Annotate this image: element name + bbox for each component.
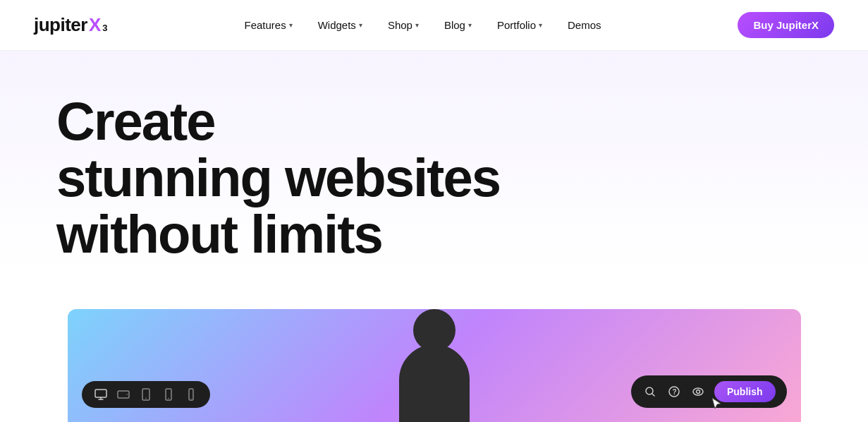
publish-button[interactable]: Publish — [714, 381, 776, 402]
chevron-down-icon: ▾ — [359, 21, 362, 29]
site-header: jupiterX3 Features ▾ Widgets ▾ Shop ▾ Bl… — [0, 0, 868, 51]
person-figure — [364, 309, 505, 422]
preview-icon[interactable] — [690, 384, 706, 399]
chevron-down-icon: ▾ — [468, 21, 472, 29]
nav-features[interactable]: Features ▾ — [234, 13, 302, 37]
svg-point-13 — [696, 390, 699, 394]
help-icon[interactable]: ? — [666, 384, 682, 399]
svg-point-8 — [190, 398, 191, 399]
hero-section: Create stunning websites without limits — [0, 51, 868, 422]
cursor-indicator — [711, 397, 723, 412]
hero-headline: Create stunning websites without limits — [56, 93, 585, 262]
person-body — [399, 344, 470, 422]
search-icon[interactable] — [642, 384, 658, 399]
chevron-down-icon: ▾ — [539, 21, 542, 29]
svg-rect-0 — [95, 390, 106, 397]
buy-jupiterx-button[interactable]: Buy JupiterX — [738, 12, 834, 38]
svg-point-2 — [126, 394, 128, 395]
nav-blog[interactable]: Blog ▾ — [434, 13, 482, 37]
nav-demos[interactable]: Demos — [558, 13, 611, 37]
svg-text:?: ? — [672, 388, 676, 396]
hero-image-preview: ? Publish — [68, 309, 801, 422]
mobile-icon[interactable] — [161, 387, 176, 402]
tablet-portrait-icon[interactable] — [138, 387, 154, 402]
mobile-small-icon[interactable] — [183, 387, 199, 402]
chevron-down-icon: ▾ — [415, 21, 419, 29]
svg-point-6 — [168, 398, 169, 399]
nav-widgets[interactable]: Widgets ▾ — [308, 13, 372, 37]
action-toolbar: ? Publish — [631, 375, 787, 408]
logo-version: 3 — [102, 23, 107, 33]
svg-point-12 — [693, 388, 703, 395]
logo-text: jupiter — [34, 14, 87, 36]
tablet-landscape-icon[interactable] — [116, 387, 131, 402]
nav-shop[interactable]: Shop ▾ — [378, 13, 429, 37]
desktop-icon[interactable] — [93, 387, 109, 402]
chevron-down-icon: ▾ — [289, 21, 293, 29]
svg-point-4 — [145, 398, 147, 399]
nav-portfolio[interactable]: Portfolio ▾ — [487, 13, 552, 37]
device-toolbar — [82, 381, 210, 408]
main-nav: Features ▾ Widgets ▾ Shop ▾ Blog ▾ Portf… — [234, 13, 611, 37]
logo[interactable]: jupiterX3 — [34, 14, 108, 36]
logo-x: X — [89, 14, 101, 36]
